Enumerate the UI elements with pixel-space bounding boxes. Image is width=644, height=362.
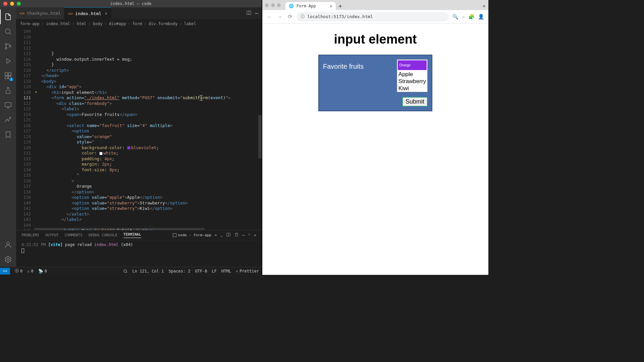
- tab-label: index.html: [75, 11, 101, 16]
- activity-bar: 3: [0, 7, 16, 267]
- status-warnings[interactable]: ⚠ 0: [27, 269, 33, 274]
- integrated-panel: PROBLEMS OUTPUT COMMENTS DEBUG CONSOLE T…: [16, 230, 262, 267]
- chevron-down-icon[interactable]: ⌄: [220, 233, 223, 238]
- submit-button[interactable]: Submit: [402, 97, 428, 107]
- log-tag: [vite]: [48, 242, 62, 247]
- terminal-type-icon: [173, 233, 176, 237]
- status-ports[interactable]: 📡 0: [38, 269, 47, 274]
- editor-tab-index[interactable]: <> index.html ×: [64, 7, 111, 19]
- editor-tab-thankyou[interactable]: <> thankyou.html: [16, 7, 64, 19]
- reload-button[interactable]: ⟳: [286, 13, 293, 20]
- breadcrumb-item[interactable]: div#app: [109, 21, 126, 26]
- remote-explorer-icon[interactable]: [0, 98, 16, 113]
- explorer-icon[interactable]: [0, 9, 16, 24]
- forward-button[interactable]: →: [276, 13, 283, 20]
- select-favfruit[interactable]: OrangeAppleStrawberryKiwi: [397, 59, 428, 92]
- panel-tab-problems[interactable]: PROBLEMS: [21, 233, 39, 237]
- terminal-output[interactable]: 4:21:52 PM [vite] page reload index.html…: [16, 240, 262, 267]
- browser-toolbar: ← → ⟳ ⓘ localhost:5173/index.html 🔍 ☆ 🧩 …: [262, 10, 488, 23]
- svg-rect-4: [5, 73, 8, 75]
- status-eol[interactable]: LF: [212, 269, 217, 274]
- vscode-window: index.html — code: [0, 0, 262, 275]
- profile-avatar-icon[interactable]: 👤: [478, 14, 484, 20]
- globe-icon: 🌐: [289, 4, 294, 8]
- account-icon[interactable]: [0, 237, 16, 252]
- new-tab-button[interactable]: +: [338, 2, 342, 9]
- select-option[interactable]: Apple: [397, 71, 427, 78]
- code-editor[interactable]: 1091101111121131141151161171181191201211…: [16, 28, 262, 230]
- editor-tabbar: <> thankyou.html <> index.html × ⋯: [16, 7, 262, 19]
- select-option[interactable]: Orange: [398, 60, 427, 70]
- page-heading: input element: [276, 32, 475, 47]
- extensions-icon[interactable]: 3: [0, 68, 16, 83]
- status-language[interactable]: HTML: [221, 269, 231, 274]
- site-info-icon[interactable]: ⓘ: [301, 14, 305, 19]
- breadcrumb[interactable]: form-app› index.html› html› body› div#ap…: [16, 19, 262, 28]
- breadcrumb-item[interactable]: index.html: [46, 21, 70, 26]
- browser-viewport: input element Favorite fruits OrangeAppl…: [262, 23, 488, 275]
- maximize-panel-icon[interactable]: ⌃: [248, 233, 251, 238]
- line-gutter: 1091101111121131141151161171181191201211…: [16, 28, 34, 230]
- bookmark-icon[interactable]: [0, 127, 16, 142]
- maximize-window-button[interactable]: [277, 3, 281, 7]
- source-control-icon[interactable]: [0, 39, 16, 54]
- close-tab-icon[interactable]: ×: [330, 3, 332, 9]
- svg-point-9: [7, 242, 9, 245]
- minimize-window-button[interactable]: [271, 3, 275, 7]
- search-icon[interactable]: [0, 24, 16, 39]
- panel-tab-output[interactable]: OUTPUT: [45, 233, 59, 237]
- svg-point-0: [5, 29, 10, 34]
- form-label: Favorite fruits: [323, 59, 364, 70]
- testing-icon[interactable]: [0, 83, 16, 98]
- close-window-button[interactable]: [265, 3, 269, 7]
- gear-icon[interactable]: [0, 252, 16, 267]
- panel-tab-debug[interactable]: DEBUG CONSOLE: [89, 233, 117, 237]
- status-bar: >< ⓧ 0 ⚠ 0 📡 0 Ln 121, Col 1 Spaces: 2 U…: [0, 267, 262, 275]
- browser-tab-title: Form App: [297, 4, 316, 8]
- split-editor-icon[interactable]: [246, 10, 252, 17]
- breadcrumb-item[interactable]: div.formbody: [149, 21, 178, 26]
- select-option[interactable]: Kiwi: [397, 85, 427, 92]
- panel-tab-terminal[interactable]: TERMINAL: [123, 232, 141, 238]
- breadcrumb-item[interactable]: body: [93, 21, 103, 26]
- svg-point-10: [7, 258, 9, 260]
- close-tab-icon[interactable]: ×: [105, 11, 107, 16]
- trash-icon[interactable]: [234, 232, 239, 238]
- extensions-puzzle-icon[interactable]: 🧩: [468, 14, 475, 20]
- status-spaces[interactable]: Spaces: 2: [168, 269, 190, 274]
- more-actions-icon[interactable]: ⋯: [255, 10, 258, 16]
- new-terminal-icon[interactable]: +: [215, 233, 217, 238]
- zoom-icon[interactable]: 🔍: [452, 14, 459, 20]
- run-debug-icon[interactable]: [0, 54, 16, 68]
- breadcrumb-item[interactable]: form: [132, 21, 142, 26]
- breadcrumb-item[interactable]: html: [77, 21, 87, 26]
- browser-window: 🌐 Form App × + » ← → ⟳ ⓘ localhost:5173/…: [262, 0, 488, 275]
- select-option[interactable]: Strawberry: [397, 78, 427, 85]
- status-prettier[interactable]: ✓ Prettier: [236, 269, 259, 274]
- vscode-titlebar: index.html — code: [0, 0, 262, 7]
- breadcrumb-item[interactable]: form-app: [20, 21, 40, 26]
- scrollbar-vertical[interactable]: [258, 115, 262, 159]
- more-icon[interactable]: ⋯: [242, 233, 245, 238]
- back-button[interactable]: ←: [266, 13, 273, 20]
- status-line-col[interactable]: Ln 121, Col 1: [132, 269, 164, 274]
- status-errors[interactable]: ⓧ 0: [15, 268, 22, 274]
- bookmark-star-icon[interactable]: ☆: [462, 14, 465, 20]
- panel-tab-comments[interactable]: COMMENTS: [65, 233, 83, 237]
- breadcrumb-item[interactable]: label: [184, 21, 196, 26]
- code-content[interactable]: } window.output.innerText = msg; } </scr…: [34, 28, 262, 230]
- terminal-selector[interactable]: node - form-app: [173, 233, 211, 237]
- remote-indicator[interactable]: ><: [0, 268, 10, 275]
- split-terminal-icon[interactable]: [226, 232, 231, 238]
- log-count: (x84): [121, 242, 133, 247]
- scrollbar-horizontal[interactable]: [34, 228, 205, 230]
- tab-label: thankyou.html: [27, 11, 61, 16]
- close-panel-icon[interactable]: ×: [254, 233, 256, 238]
- address-bar[interactable]: ⓘ localhost:5173/index.html: [297, 12, 449, 21]
- log-time: 4:21:52 PM: [21, 242, 46, 247]
- status-search-icon[interactable]: [123, 269, 128, 274]
- timeline-icon[interactable]: [0, 113, 16, 127]
- status-encoding[interactable]: UTF-8: [195, 269, 207, 274]
- tabs-overflow-icon[interactable]: »: [482, 3, 486, 9]
- browser-tab[interactable]: 🌐 Form App ×: [285, 2, 336, 10]
